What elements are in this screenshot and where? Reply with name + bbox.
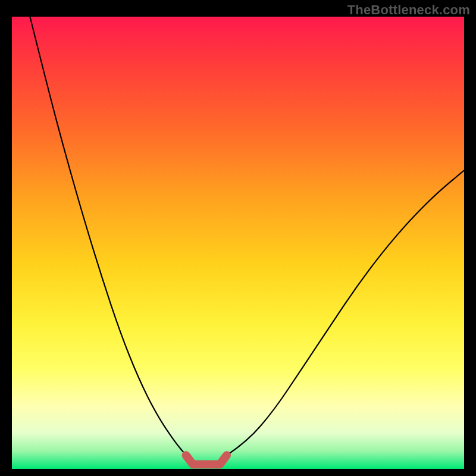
right-curve-line — [227, 170, 464, 455]
watermark-text: TheBottleneck.com — [347, 2, 470, 18]
optimal-zone-highlight — [186, 455, 227, 464]
chart-svg — [12, 17, 464, 469]
chart-plot-area — [12, 17, 464, 469]
left-curve-line — [30, 17, 186, 455]
